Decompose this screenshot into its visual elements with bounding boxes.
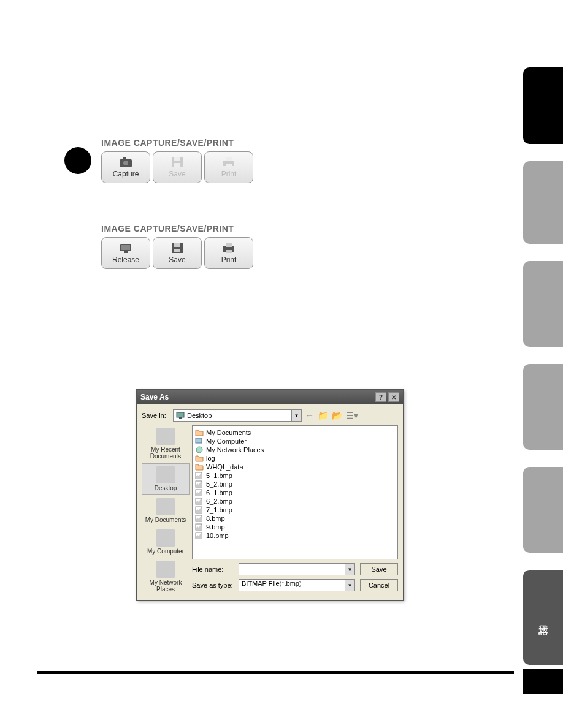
- savein-label: Save in:: [142, 412, 169, 419]
- tab-section-5[interactable]: [523, 467, 563, 553]
- bmp-icon: [195, 506, 204, 514]
- bmp-icon: [195, 515, 204, 522]
- save-as-dialog: Save As ? ✕ Save in: Desktop ▼ ← 📁 📂 ☰▾: [136, 389, 404, 601]
- svg-rect-13: [174, 243, 180, 247]
- place-recent-label: My Recent Documents: [143, 446, 188, 460]
- bullet-marker: [64, 147, 91, 174]
- dialog-title: Save As: [140, 393, 169, 401]
- bmp-icon: [195, 472, 204, 479]
- help-button[interactable]: ?: [375, 392, 386, 402]
- list-item[interactable]: 10.bmp: [195, 531, 395, 540]
- tab-section-2[interactable]: [523, 161, 563, 244]
- bmp-icon: [195, 523, 204, 531]
- recent-icon: [156, 428, 175, 445]
- panel-release-title: IMAGE CAPTURE/SAVE/PRINT: [101, 224, 253, 233]
- svg-rect-16: [226, 243, 232, 247]
- network-icon: [195, 446, 204, 453]
- saveas-type-combo[interactable]: BITMAP File(*.bmp) ▼: [239, 579, 355, 591]
- svg-rect-20: [196, 438, 202, 443]
- release-button-label: Release: [112, 256, 139, 264]
- svg-point-2: [123, 161, 128, 165]
- place-computer-label: My Computer: [147, 548, 184, 555]
- save-button-disabled: Save: [153, 151, 202, 183]
- bmp-icon: [195, 489, 204, 496]
- list-item[interactable]: My Documents: [195, 428, 395, 437]
- list-item[interactable]: 6_1.bmp: [195, 488, 395, 497]
- floppy-icon: [170, 242, 185, 254]
- svg-rect-18: [177, 412, 184, 417]
- save-button[interactable]: Save: [153, 237, 202, 269]
- saveas-value: BITMAP File(*.bmp): [242, 580, 302, 587]
- svg-rect-5: [174, 163, 180, 167]
- print-button-label: Print: [221, 256, 237, 264]
- tab-language[interactable]: 日本語: [523, 570, 563, 665]
- footer-corner: [523, 669, 563, 694]
- footer-rule: [37, 671, 514, 674]
- tab-section-4[interactable]: [523, 364, 563, 450]
- list-item[interactable]: My Computer: [195, 437, 395, 446]
- place-mydocs[interactable]: My Documents: [142, 496, 190, 526]
- desktop-icon: [176, 411, 185, 420]
- newfolder-icon[interactable]: 📂: [332, 411, 342, 420]
- svg-rect-1: [123, 157, 126, 160]
- svg-rect-19: [179, 417, 182, 419]
- camera-icon: [118, 156, 133, 169]
- dialog-save-button[interactable]: Save: [360, 563, 398, 575]
- tab-section-1[interactable]: [523, 67, 563, 144]
- print-button-disabled: Print: [204, 151, 253, 183]
- saveas-label: Save as type:: [192, 582, 234, 589]
- floppy-icon: [170, 156, 185, 169]
- folder-icon: [195, 463, 204, 471]
- panel-release: IMAGE CAPTURE/SAVE/PRINT Release Save Pr…: [101, 224, 253, 269]
- places-bar: My Recent Documents Desktop My Documents…: [142, 425, 190, 595]
- list-item[interactable]: 5_2.bmp: [195, 480, 395, 488]
- network-icon: [156, 561, 175, 578]
- svg-rect-7: [226, 157, 232, 161]
- list-item[interactable]: 8.bmp: [195, 514, 395, 523]
- release-button[interactable]: Release: [101, 237, 150, 269]
- list-item[interactable]: 9.bmp: [195, 523, 395, 531]
- list-item[interactable]: 6_2.bmp: [195, 497, 395, 506]
- svg-rect-4: [174, 157, 180, 161]
- list-item[interactable]: My Network Places: [195, 446, 395, 454]
- svg-point-21: [196, 447, 202, 453]
- combo-dropdown-icon: ▼: [345, 564, 354, 575]
- printer-icon: [221, 242, 236, 254]
- views-icon[interactable]: ☰▾: [346, 411, 358, 420]
- back-icon[interactable]: ←: [305, 411, 314, 420]
- filename-input[interactable]: ▼: [239, 563, 355, 575]
- right-tab-strip: 日本語: [523, 67, 563, 682]
- savein-combo[interactable]: Desktop ▼: [173, 409, 302, 422]
- svg-rect-11: [124, 251, 128, 253]
- tab-section-3[interactable]: [523, 261, 563, 347]
- place-recent[interactable]: My Recent Documents: [142, 425, 190, 462]
- place-computer[interactable]: My Computer: [142, 527, 190, 557]
- dialog-cancel-button[interactable]: Cancel: [360, 579, 398, 591]
- up-icon[interactable]: 📁: [318, 411, 328, 420]
- panel-capture-title: IMAGE CAPTURE/SAVE/PRINT: [101, 138, 253, 148]
- monitor-icon: [118, 242, 133, 254]
- file-list[interactable]: My Documents My Computer My Network Plac…: [192, 425, 398, 559]
- capture-button[interactable]: Capture: [101, 151, 150, 183]
- list-item[interactable]: log: [195, 454, 395, 463]
- print-button[interactable]: Print: [204, 237, 253, 269]
- dialog-titlebar: Save As ? ✕: [137, 390, 403, 404]
- place-desktop[interactable]: Desktop: [142, 463, 190, 495]
- filename-label: File name:: [192, 566, 234, 573]
- list-item[interactable]: 7_1.bmp: [195, 506, 395, 514]
- list-item[interactable]: WHQL_data: [195, 463, 395, 471]
- list-item[interactable]: 5_1.bmp: [195, 471, 395, 480]
- bmp-icon: [195, 532, 204, 539]
- combo-dropdown-icon: ▼: [291, 410, 301, 421]
- svg-rect-10: [121, 245, 130, 250]
- place-desktop-label: Desktop: [155, 485, 177, 491]
- computer-icon: [156, 529, 175, 547]
- place-mydocs-label: My Documents: [145, 517, 186, 523]
- place-network-label: My Network Places: [143, 579, 188, 593]
- combo-dropdown-icon: ▼: [345, 580, 354, 591]
- print-button-label: Print: [221, 170, 237, 178]
- close-button[interactable]: ✕: [388, 392, 399, 402]
- desktop-place-icon: [156, 466, 175, 483]
- bmp-icon: [195, 480, 204, 488]
- place-network[interactable]: My Network Places: [142, 558, 190, 595]
